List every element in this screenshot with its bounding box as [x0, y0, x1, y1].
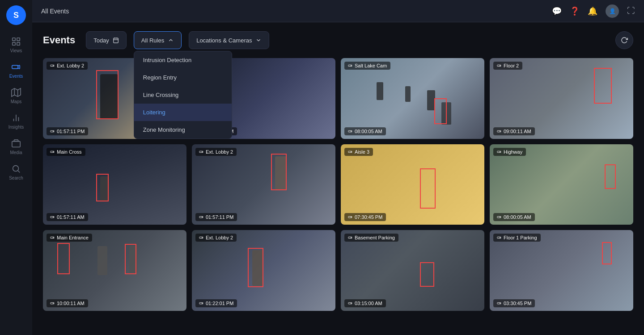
person-0-2 [377, 82, 383, 100]
camera-label-icon-2 [348, 63, 352, 68]
sidebar-item-media[interactable]: Media [0, 134, 32, 159]
detection-box-3 [594, 68, 612, 104]
camera-label-icon-11 [497, 235, 501, 240]
rules-filter-button[interactable]: All Rules [134, 31, 182, 49]
card-time-9: 01:22:01 PM [195, 299, 237, 307]
card-scene-2 [341, 58, 484, 139]
event-card-9[interactable]: Ext. Lobby 2 01:22:01 PM [192, 230, 335, 311]
time-icon-0 [50, 129, 55, 134]
sidebar-item-maps[interactable]: Maps [0, 83, 32, 109]
event-card-10[interactable]: Basement Parking 03:15:00 AM [341, 230, 484, 311]
card-time-2: 08:00:05 AM [344, 127, 386, 135]
card-time-7: 08:00:05 AM [493, 213, 535, 221]
content-area: Events Today All Rules Intrusio [32, 22, 644, 335]
card-time-10: 03:15:00 AM [344, 299, 386, 307]
detection-box-11 [602, 242, 612, 264]
sidebar-item-maps-label: Maps [11, 99, 21, 104]
card-label-7: Highway [493, 148, 526, 156]
rules-dropdown-container: All Rules Intrusion Detection Region Ent… [134, 31, 182, 49]
main-content: All Events 💬 ❓ 🔔 👤 ⛶ Events Today All [32, 0, 644, 335]
refresh-button[interactable] [615, 31, 633, 49]
expand-icon[interactable]: ⛶ [627, 6, 635, 16]
help-icon[interactable]: ❓ [570, 6, 580, 16]
card-time-6: 07:30:45 PM [344, 213, 386, 221]
svg-rect-1 [17, 38, 20, 41]
svg-rect-7 [12, 141, 20, 147]
detection-box-7 [605, 164, 616, 189]
grid-icon [11, 37, 21, 46]
sidebar-item-search[interactable]: Search [0, 159, 32, 185]
insights-icon [11, 113, 21, 123]
card-time-0: 01:57:11 PM [47, 127, 88, 135]
map-icon [11, 88, 21, 97]
detection-box-0 [96, 70, 119, 119]
dropdown-item-intrusion[interactable]: Intrusion Detection [134, 51, 232, 69]
detection-box-4 [96, 174, 109, 201]
time-icon-10 [348, 301, 352, 306]
card-label-4: Main Cross [47, 148, 85, 156]
detection-box-5 [271, 154, 287, 190]
svg-rect-0 [13, 38, 15, 41]
sidebar-item-search-label: Search [9, 176, 23, 180]
time-icon-11 [497, 301, 501, 306]
card-label-9: Ext. Lobby 2 [195, 234, 237, 242]
camera-label-icon-0 [50, 63, 55, 68]
time-icon-4 [50, 215, 55, 219]
dropdown-item-region[interactable]: Region Entry [134, 69, 232, 86]
card-scene-10 [341, 230, 484, 311]
card-time-4: 01:57:11 AM [47, 213, 88, 221]
locations-filter-button[interactable]: Locations & Cameras [189, 31, 269, 49]
sidebar-item-views[interactable]: Views [0, 32, 32, 58]
dropdown-item-linecrossing[interactable]: Line Crossing [134, 86, 232, 104]
chat-icon[interactable]: 💬 [552, 6, 562, 16]
svg-rect-3 [17, 42, 20, 45]
dropdown-item-zone[interactable]: Zone Monitoring [134, 121, 232, 138]
camera-label-icon-9 [199, 235, 203, 240]
card-label-10: Basement Parking [344, 234, 398, 242]
card-time-3: 09:00:11 AM [493, 127, 535, 135]
detection-box-6 [420, 168, 436, 209]
rules-dropdown-menu: Intrusion Detection Region Entry Line Cr… [134, 51, 232, 139]
chevron-up-icon [168, 37, 174, 43]
person-8a [97, 246, 107, 275]
event-card-7[interactable]: Highway 08:00:05 AM [490, 144, 633, 225]
card-time-5: 01:57:11 PM [195, 213, 237, 221]
topbar-icons: 💬 ❓ 🔔 👤 ⛶ [552, 4, 635, 18]
time-icon-3 [497, 129, 501, 134]
event-card-3[interactable]: Floor 2 09:00:11 AM [490, 58, 633, 139]
event-card-11[interactable]: Floor 1 Parking 03:30:45 PM [490, 230, 633, 311]
refresh-icon [621, 37, 628, 44]
time-icon-5 [199, 215, 203, 219]
time-icon-2 [348, 129, 352, 134]
svg-point-8 [13, 166, 19, 172]
date-filter-button[interactable]: Today [86, 31, 127, 49]
card-time-11: 03:30:45 PM [493, 299, 535, 307]
card-label-3: Floor 2 [493, 62, 522, 70]
camera-label-icon-3 [497, 63, 501, 68]
card-label-11: Floor 1 Parking [493, 234, 541, 242]
sidebar-item-events[interactable]: Events [0, 58, 32, 83]
event-card-8[interactable]: Main Entrance 10:00:11 AM [43, 230, 186, 311]
card-label-0: Ext. Lobby 2 [47, 62, 88, 70]
page-title: Events [43, 34, 75, 46]
event-card-4[interactable]: Main Cross 01:57:11 AM [43, 144, 186, 225]
dropdown-item-loitering[interactable]: Loitering [134, 104, 232, 121]
time-icon-7 [497, 215, 501, 219]
event-card-5[interactable]: Ext. Lobby 2 01:57:11 PM [192, 144, 335, 225]
card-time-8: 10:00:11 AM [47, 299, 88, 307]
search-icon [11, 164, 21, 174]
avatar[interactable]: 👤 [606, 4, 619, 18]
logo[interactable]: S [6, 5, 26, 25]
events-grid: Ext. Lobby 2 01:57:11 PM Entrance 02:30:… [43, 58, 633, 311]
card-label-8: Main Entrance [47, 234, 92, 242]
event-card-2[interactable]: Salt Lake Cam 08:00:05 AM [341, 58, 484, 139]
card-scene-4 [43, 144, 186, 225]
media-icon [11, 138, 21, 148]
sidebar-item-insights[interactable]: Insights [0, 109, 32, 134]
card-label-2: Salt Lake Cam [344, 62, 390, 70]
svg-line-9 [18, 171, 20, 172]
bell-icon[interactable]: 🔔 [588, 6, 597, 16]
event-card-6[interactable]: Aisle 3 07:30:45 PM [341, 144, 484, 225]
svg-marker-4 [12, 88, 21, 96]
date-filter-label: Today [93, 37, 109, 44]
